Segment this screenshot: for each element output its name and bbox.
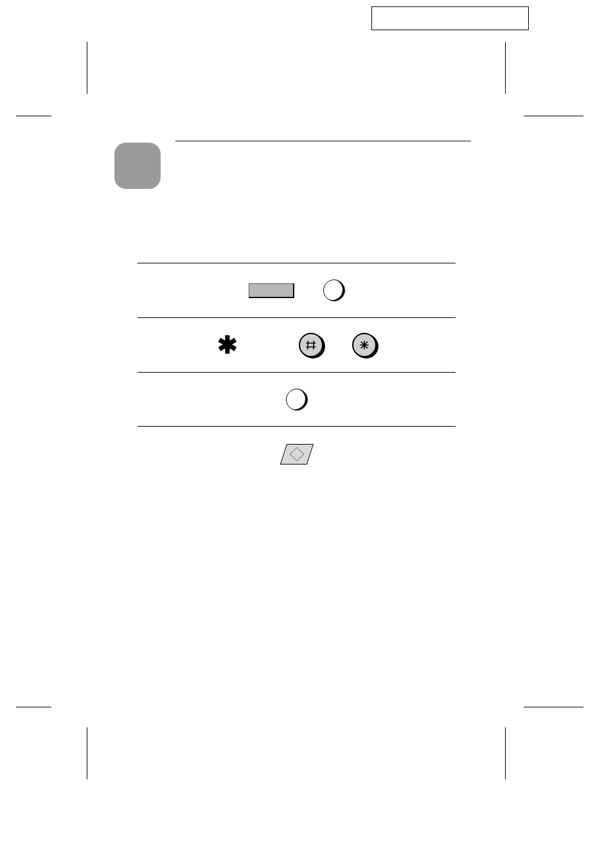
diamond-icon (289, 447, 304, 461)
star-key-icon (352, 333, 377, 357)
crop-mark (16, 707, 51, 707)
function-key-icon (249, 283, 294, 298)
table-row: ✱ (138, 317, 456, 372)
star-icon (359, 339, 370, 351)
hash-key-icon (299, 333, 323, 357)
start-key-icon (280, 444, 313, 465)
table-row (138, 263, 456, 317)
crop-mark (87, 727, 87, 779)
crop-mark (524, 116, 583, 116)
model-box (371, 6, 529, 30)
hash-icon (305, 339, 317, 351)
section-number-badge (114, 143, 161, 189)
table-row (138, 372, 456, 427)
soft-key-icon (323, 279, 345, 301)
asterisk-glyph: ✱ (217, 332, 238, 359)
section-rule (175, 141, 471, 141)
crop-mark (505, 42, 506, 94)
crop-mark (16, 116, 51, 116)
asterisk-icon: ✱ (217, 333, 238, 357)
crop-mark (524, 707, 583, 707)
crop-mark (87, 42, 87, 94)
table-row (138, 427, 456, 481)
settings-table: ✱ (138, 263, 456, 481)
soft-key-icon (286, 389, 308, 411)
crop-mark (505, 727, 506, 779)
